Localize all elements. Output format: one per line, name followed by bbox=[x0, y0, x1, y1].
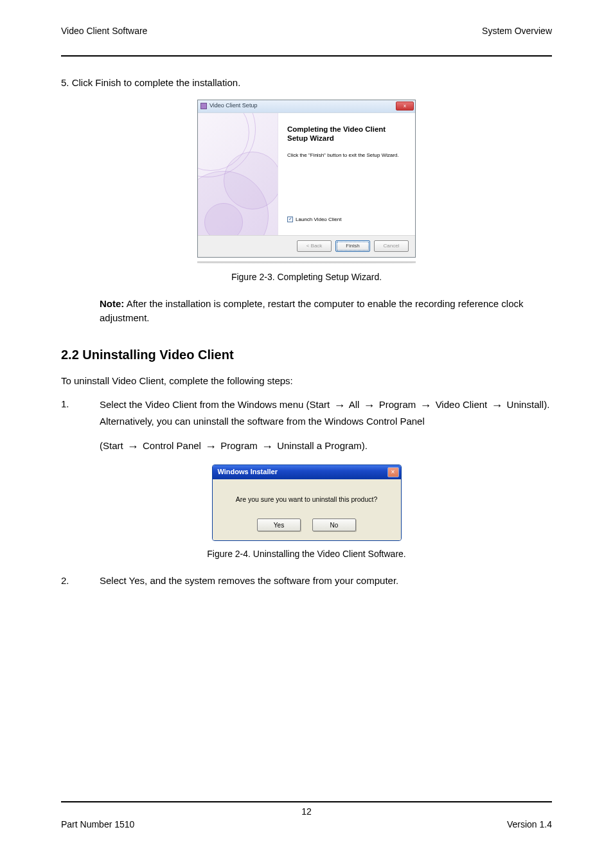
close-button[interactable]: x bbox=[396, 102, 414, 111]
arrow-icon: → bbox=[205, 438, 217, 456]
footer-rule bbox=[61, 801, 552, 802]
wizard-window-title: Video Client Setup bbox=[209, 102, 396, 111]
back-button[interactable]: < Back bbox=[297, 240, 332, 252]
no-button[interactable]: No bbox=[312, 518, 356, 531]
footer-right: Version 1.4 bbox=[507, 819, 552, 829]
figure-2-3-caption: Figure 2-3. Completing Setup Wizard. bbox=[61, 270, 552, 284]
wizard-footer: < Back Finish Cancel bbox=[198, 235, 415, 257]
wizard-instruction: Click the "Finish" button to exit the Se… bbox=[287, 152, 406, 159]
step5-text: 5. Click Finish to complete the installa… bbox=[61, 76, 552, 91]
wizard-body: Completing the Video Client Setup Wizard… bbox=[198, 113, 415, 235]
step1-seg1: Select the Video Client from the Windows… bbox=[100, 399, 330, 410]
msi-body: Are you sure you want to uninstall this … bbox=[213, 479, 401, 541]
header-right: System Overview bbox=[482, 26, 552, 36]
step1-number: 1. bbox=[61, 397, 100, 414]
yes-button[interactable]: Yes bbox=[257, 518, 301, 531]
page-number: 12 bbox=[61, 806, 552, 817]
wizard-side-graphic bbox=[198, 113, 278, 235]
alt-path-c: Program bbox=[220, 440, 258, 451]
wizard-dialog: Video Client Setup x Completing the Vide… bbox=[197, 100, 416, 258]
wizard-right-panel: Completing the Video Client Setup Wizard… bbox=[278, 113, 415, 235]
arrow-icon: → bbox=[262, 438, 273, 456]
finish-button[interactable]: Finish bbox=[335, 240, 370, 252]
launch-checkbox[interactable]: ✓ bbox=[287, 217, 293, 222]
msi-dialog: Windows Installer × Are you sure you wan… bbox=[212, 465, 402, 542]
note-label: Note: bbox=[100, 298, 124, 309]
wizard-heading: Completing the Video Client Setup Wizard bbox=[287, 125, 406, 143]
cancel-button[interactable]: Cancel bbox=[374, 240, 409, 252]
arrow-icon: → bbox=[333, 397, 345, 414]
alt-path-a: (Start bbox=[100, 440, 123, 451]
alt-path-d: Uninstall a Program). bbox=[277, 440, 368, 451]
uninstall-intro: To uninstall Video Client, complete the … bbox=[61, 374, 552, 389]
alt-path-b: Control Panel bbox=[143, 440, 201, 451]
installer-icon bbox=[200, 103, 207, 109]
arrow-icon: → bbox=[491, 397, 502, 414]
header-rule bbox=[61, 55, 552, 57]
section-2-2-heading: 2.2 Uninstalling Video Client bbox=[61, 345, 552, 364]
note-text: After the installation is complete, rest… bbox=[100, 298, 524, 324]
launch-checkbox-label: Launch Video Client bbox=[296, 216, 341, 224]
uninstall-alt: Alternatively, you can uninstall the sof… bbox=[61, 414, 552, 429]
msi-title: Windows Installer bbox=[218, 466, 387, 477]
footer-left: Part Number 1510 bbox=[61, 819, 134, 829]
step1-seg5: Uninstall). bbox=[507, 399, 550, 410]
arrow-icon: → bbox=[127, 438, 139, 456]
close-button[interactable]: × bbox=[387, 467, 399, 477]
msi-message: Are you sure you want to uninstall this … bbox=[222, 495, 392, 505]
step1-seg3: Program bbox=[379, 399, 416, 410]
figure-2-4-caption: Figure 2-4. Uninstalling the Video Clien… bbox=[61, 547, 552, 561]
step1-seg4: Video Client bbox=[436, 399, 488, 410]
step2-number: 2. bbox=[61, 574, 100, 589]
msi-titlebar: Windows Installer × bbox=[213, 465, 401, 479]
arrow-icon: → bbox=[420, 397, 431, 414]
wizard-shadow bbox=[197, 261, 416, 264]
header-left: Video Client Software bbox=[61, 26, 147, 36]
wizard-titlebar: Video Client Setup x bbox=[198, 100, 415, 113]
step2-text: Select Yes, and the system removes the s… bbox=[100, 574, 552, 589]
arrow-icon: → bbox=[364, 397, 375, 414]
step1-seg2: All bbox=[349, 399, 360, 410]
